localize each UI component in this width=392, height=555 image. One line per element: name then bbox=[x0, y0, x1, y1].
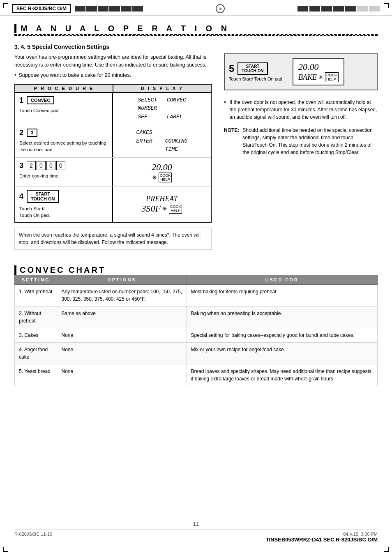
fan-icon-3: ✳ bbox=[152, 174, 157, 181]
num-box-0c: 0 bbox=[56, 161, 65, 170]
step-4-desc: Touch Start/Touch On pad. bbox=[19, 205, 50, 219]
note-note-text: Should additional time be needed on the … bbox=[242, 127, 378, 156]
cell-used-for-3: Mix or your own recipe for angel food ca… bbox=[187, 343, 378, 364]
proc-step-1-display: SELECT COMVEC NUMBER SEE LABEL bbox=[113, 93, 211, 125]
footer-bottom: R-820JS/BC 11-19 04.4.15, 3:00 PM bbox=[14, 530, 378, 537]
header-block-2 bbox=[86, 6, 97, 12]
start-touch-on-button-5: START TOUCH ON bbox=[238, 62, 267, 75]
step-4-display-block: PREHEAT 350F ✳ COOKHELP bbox=[142, 195, 182, 214]
header-block-r1 bbox=[297, 6, 308, 12]
step5-btn-line1: START bbox=[246, 64, 260, 69]
convec-chart-section: CONVEC CHART SETTING OPTIONS USED FOR 1.… bbox=[14, 265, 378, 386]
step-3-display-block: 20.00 ✳ COOKHELP bbox=[152, 162, 172, 182]
convec-table-body: 1. With preheatAny temperature listed on… bbox=[15, 285, 378, 386]
subsection-title: 3. 4. 5 Special Convection Settings bbox=[14, 44, 378, 50]
cell-options-0: Any temperature listed on number pads: 1… bbox=[57, 285, 187, 306]
note-star-text: If the oven door is not opened, the oven… bbox=[229, 99, 378, 121]
step-4-temp: 350F bbox=[142, 203, 161, 214]
cell-options-1: Same as above bbox=[57, 306, 187, 328]
footer-brand: TINSEB053WRRZ-D41 SEC R-820JS/BC O/M bbox=[14, 537, 378, 543]
cook-label-3: COOKHELP bbox=[159, 173, 172, 182]
proc-step-3-display: 20.00 ✳ COOKHELP bbox=[113, 158, 211, 186]
footer-left: R-820JS/BC 11-19 bbox=[14, 532, 52, 537]
header-block-r3 bbox=[321, 6, 332, 12]
step5-btn-line2: TOUCH ON bbox=[242, 69, 263, 73]
step-3-icons: ✳ COOKHELP bbox=[152, 173, 172, 182]
header-block-4 bbox=[109, 6, 120, 12]
proc-step-1-left: 1 CONVEC Touch Convec pad. bbox=[15, 93, 113, 125]
step-5-num: 5 bbox=[229, 63, 234, 74]
step-1-row: 1 CONVEC bbox=[19, 96, 54, 105]
step-3-desc: Enter cooking time. bbox=[19, 173, 60, 179]
header-block-1 bbox=[75, 6, 85, 12]
step-5-desc: Touch Start/ Touch On pad. bbox=[229, 76, 284, 81]
cell-options-4: None bbox=[57, 364, 187, 386]
right-column: 5 START TOUCH ON Touch Start/ Touch On p… bbox=[224, 53, 378, 257]
cell-options-3: None bbox=[57, 343, 187, 364]
notes-area: * If the oven door is not opened, the ov… bbox=[224, 99, 378, 156]
step-4-num: 4 bbox=[19, 192, 23, 201]
cell-setting-1: 2. Without preheat bbox=[15, 306, 57, 328]
proc-step-4-display: PREHEAT 350F ✳ COOKHELP bbox=[113, 187, 211, 222]
convec-table-head: SETTING OPTIONS USED FOR bbox=[15, 275, 378, 285]
cell-setting-3: 4. Angel food cake bbox=[15, 343, 57, 364]
page-number: 11 bbox=[14, 520, 378, 527]
table-row: 1. With preheatAny temperature listed on… bbox=[15, 285, 378, 306]
cell-used-for-0: Most baking for items requiring preheat. bbox=[187, 285, 378, 306]
step-4-temp-row: 350F ✳ COOKHELP bbox=[142, 203, 182, 214]
step-5-time: 20.00 bbox=[298, 62, 339, 72]
fan-icon-5: ✳ bbox=[318, 74, 323, 81]
main-content: M A N U A L O P E R A T I O N 3. 4. 5 Sp… bbox=[0, 16, 392, 394]
header-block-6 bbox=[132, 6, 143, 12]
proc-step-3-left: 3 2 0 0 0 Enter cooking time. bbox=[15, 158, 113, 186]
step-1-num: 1 bbox=[19, 96, 23, 105]
note-star-symbol: * bbox=[224, 99, 226, 121]
proc-step-4: 4 STARTTOUCH ON Touch Start/Touch On pad… bbox=[15, 187, 211, 222]
header-block-5 bbox=[121, 6, 131, 12]
step-2-row: 2 3 bbox=[19, 129, 37, 137]
corner-mark-tl bbox=[3, 3, 8, 8]
bullet-symbol: • bbox=[14, 72, 16, 78]
table-row: 2. Without preheatSame as aboveBaking wh… bbox=[15, 306, 378, 328]
header-block-r7 bbox=[369, 6, 380, 12]
num-box-0a: 0 bbox=[37, 161, 46, 170]
procedure-table: P R O C E D U R E D I S P L A Y 1 CONVEC… bbox=[14, 84, 212, 223]
cell-setting-0: 1. With preheat bbox=[15, 285, 57, 306]
num-3-button: 3 bbox=[27, 129, 37, 137]
section-underline bbox=[14, 34, 378, 36]
col-used-for: USED FOR bbox=[187, 275, 378, 285]
convec-button: CONVEC bbox=[27, 96, 54, 104]
corner-mark-tr bbox=[384, 3, 389, 8]
cook-label-4: COOKHELP bbox=[169, 204, 182, 214]
proc-step-2: 2 3 Select desired convec setting by tou… bbox=[15, 125, 211, 158]
signal-text: When the oven reaches the temperature, a… bbox=[14, 228, 212, 250]
proc-step-2-left: 2 3 Select desired convec setting by tou… bbox=[15, 125, 113, 157]
two-col-layout: Your oven has pre-programmed settings wh… bbox=[14, 53, 378, 257]
proc-step-3: 3 2 0 0 0 Enter cooking time. 20 bbox=[15, 158, 211, 187]
step-4-row: 4 STARTTOUCH ON bbox=[19, 190, 59, 203]
step-3-time: 20.00 bbox=[152, 162, 172, 173]
convec-header-row: SETTING OPTIONS USED FOR bbox=[15, 275, 378, 285]
step-4-preheat: PREHEAT bbox=[142, 195, 182, 203]
cell-options-2: None bbox=[57, 328, 187, 343]
corner-mark-br bbox=[384, 547, 389, 552]
step-2-num: 2 bbox=[19, 129, 23, 137]
bullet-item: • Suppose you want to bake a cake for 20… bbox=[14, 72, 212, 78]
proc-step-2-display: CAKES ENTER COOKING TIME bbox=[113, 125, 211, 157]
step-2-display-text: CAKES ENTER COOKING TIME bbox=[136, 129, 188, 154]
note-label: NOTE: bbox=[224, 127, 239, 156]
step-5-mode: BAKE bbox=[298, 73, 317, 82]
cell-setting-2: 3. Cakes bbox=[15, 328, 57, 343]
intro-paragraph: Your oven has pre-programmed settings wh… bbox=[14, 53, 212, 69]
page-footer: 11 R-820JS/BC 11-19 04.4.15, 3:00 PM TIN… bbox=[14, 520, 378, 543]
step-3-num: 3 bbox=[19, 161, 23, 170]
doc-id: SEC R-820JS/BC O/M bbox=[12, 4, 71, 13]
proc-col2-header: D I S P L A Y bbox=[113, 85, 211, 93]
convec-chart-title: CONVEC CHART bbox=[14, 265, 378, 275]
step-2-desc: Select desired convec setting by touchin… bbox=[19, 140, 108, 153]
step-5-left: 5 START TOUCH ON Touch Start/ Touch On p… bbox=[229, 62, 284, 81]
cook-label-5: COOKHELP bbox=[325, 72, 339, 82]
step-5-mode-row: BAKE ✳ COOKHELP bbox=[298, 72, 339, 82]
note-note: NOTE: Should additional time be needed o… bbox=[224, 127, 378, 156]
proc-step-4-left: 4 STARTTOUCH ON Touch Start/Touch On pad… bbox=[15, 187, 113, 222]
